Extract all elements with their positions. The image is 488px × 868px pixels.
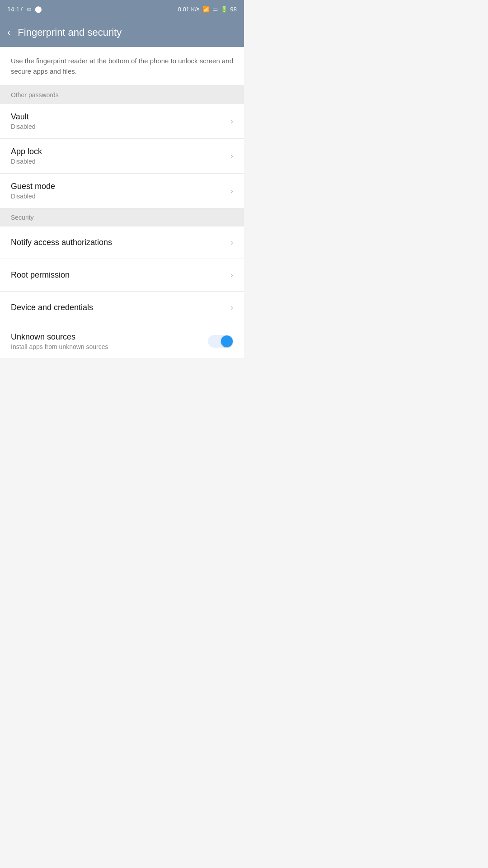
list-item-vault[interactable]: VaultDisabled›: [0, 104, 244, 139]
network-speed: 0.01 K/s: [178, 6, 200, 13]
section-header-other-passwords: Other passwords: [0, 86, 244, 104]
section-header-security: Security: [0, 208, 244, 226]
list-item-content-unknown-sources: Unknown sourcesInstall apps from unknown…: [11, 332, 208, 350]
settings-sections: Other passwordsVaultDisabled›App lockDis…: [0, 86, 244, 359]
loop-icon: ∞: [27, 5, 31, 13]
chevron-icon-guest-mode: ›: [230, 186, 233, 196]
list-item-guest-mode[interactable]: Guest modeDisabled›: [0, 174, 244, 208]
toolbar: ‹ Fingerprint and security: [0, 18, 244, 47]
list-item-title-root-permission: Root permission: [11, 270, 230, 280]
status-right: 0.01 K/s 📶 ▭ 🔋 98: [178, 6, 237, 13]
list-item-content-root-permission: Root permission: [11, 270, 230, 280]
list-item-unknown-sources[interactable]: Unknown sourcesInstall apps from unknown…: [0, 324, 244, 359]
battery-level: 98: [230, 6, 237, 13]
description-text: Use the fingerprint reader at the bottom…: [0, 47, 244, 86]
toggle-switch-unknown-sources[interactable]: [208, 335, 233, 348]
list-item-title-app-lock: App lock: [11, 147, 230, 156]
chevron-icon-root-permission: ›: [230, 270, 233, 280]
list-item-app-lock[interactable]: App lockDisabled›: [0, 139, 244, 174]
list-item-title-device-credentials: Device and credentials: [11, 303, 230, 312]
signal-icon: ▭: [212, 6, 218, 13]
list-item-title-unknown-sources: Unknown sources: [11, 332, 208, 342]
toggle-container-unknown-sources: [208, 335, 233, 348]
list-item-title-guest-mode: Guest mode: [11, 182, 230, 191]
message-icon: ⬤: [35, 5, 42, 13]
list-item-notify-access[interactable]: Notify access authorizations›: [0, 226, 244, 259]
list-item-content-app-lock: App lockDisabled: [11, 147, 230, 165]
list-item-title-vault: Vault: [11, 112, 230, 122]
list-item-content-device-credentials: Device and credentials: [11, 303, 230, 312]
back-button[interactable]: ‹: [7, 27, 10, 38]
time-display: 14:17: [7, 5, 23, 13]
page-title: Fingerprint and security: [18, 27, 122, 38]
chevron-icon-vault: ›: [230, 117, 233, 126]
list-item-subtitle-vault: Disabled: [11, 123, 230, 130]
list-item-content-vault: VaultDisabled: [11, 112, 230, 130]
chevron-icon-app-lock: ›: [230, 151, 233, 161]
list-item-content-guest-mode: Guest modeDisabled: [11, 182, 230, 200]
list-item-root-permission[interactable]: Root permission›: [0, 259, 244, 292]
list-item-device-credentials[interactable]: Device and credentials›: [0, 292, 244, 324]
wifi-icon: 📶: [202, 6, 210, 13]
battery-icon: 🔋: [221, 6, 228, 13]
list-item-content-notify-access: Notify access authorizations: [11, 238, 230, 247]
list-item-title-notify-access: Notify access authorizations: [11, 238, 230, 247]
chevron-icon-notify-access: ›: [230, 238, 233, 247]
list-item-subtitle-unknown-sources: Install apps from unknown sources: [11, 343, 208, 350]
status-bar: 14:17 ∞ ⬤ 0.01 K/s 📶 ▭ 🔋 98: [0, 0, 244, 18]
status-left: 14:17 ∞ ⬤: [7, 5, 42, 13]
list-item-subtitle-guest-mode: Disabled: [11, 193, 230, 200]
chevron-icon-device-credentials: ›: [230, 303, 233, 312]
toggle-knob-unknown-sources: [221, 335, 233, 347]
list-item-subtitle-app-lock: Disabled: [11, 158, 230, 165]
